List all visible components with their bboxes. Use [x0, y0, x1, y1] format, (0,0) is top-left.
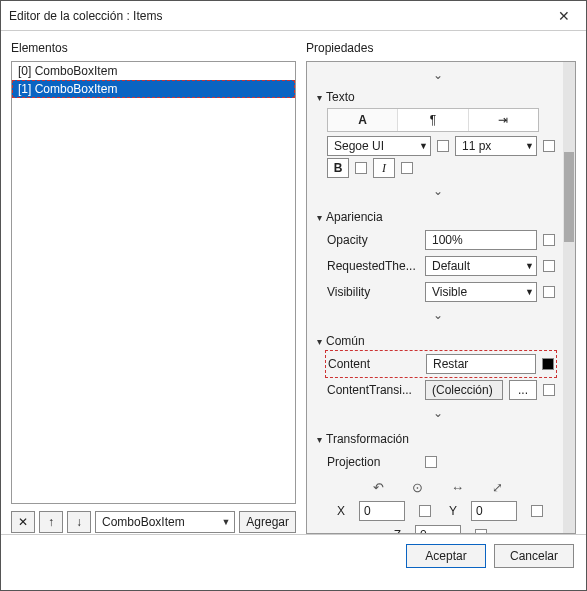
move-icon[interactable]: ↔	[451, 480, 464, 495]
label-x: X	[333, 504, 345, 518]
font-size-combo[interactable]: 11 px ▼	[455, 136, 537, 156]
target-icon[interactable]: ⊙	[412, 480, 423, 495]
chevron-down-icon: ▼	[525, 141, 534, 151]
z-field[interactable]: 0	[415, 525, 461, 533]
x-field[interactable]: 0	[359, 501, 405, 521]
properties-scroll: ⌄ ▾ Texto A ¶ ⇥ Segoe UI	[307, 62, 563, 533]
chevron-down-icon: ⌄	[433, 68, 443, 82]
expand-indicator[interactable]: ⌄	[317, 306, 559, 328]
expand-icon[interactable]: ⤢	[492, 480, 503, 495]
label-requested-theme: RequestedThe...	[327, 259, 419, 273]
ok-button[interactable]: Aceptar	[406, 544, 486, 568]
group-comun: ▾ Común Content Restar ContentTransi...	[317, 332, 559, 426]
label-opacity: Opacity	[327, 233, 419, 247]
close-icon: ✕	[558, 8, 570, 24]
properties-column: Propiedades ⌄ ▾ Texto A ¶ ⇥	[306, 39, 576, 534]
group-title: Texto	[326, 90, 355, 104]
z-row: Z 0	[317, 523, 559, 533]
property-marker[interactable]	[475, 529, 487, 533]
chevron-down-icon: ▼	[525, 287, 534, 297]
tab-paragraph[interactable]: ¶	[398, 109, 468, 131]
indent-icon: ⇥	[498, 113, 508, 127]
label-z: Z	[389, 528, 401, 533]
add-button[interactable]: Agregar	[239, 511, 296, 533]
property-marker[interactable]	[543, 384, 555, 396]
paragraph-icon: ¶	[430, 113, 436, 127]
y-field[interactable]: 0	[471, 501, 517, 521]
property-marker[interactable]	[531, 505, 543, 517]
properties-scrollbar[interactable]	[563, 62, 575, 533]
label-y: Y	[445, 504, 457, 518]
property-marker[interactable]	[419, 505, 431, 517]
property-marker[interactable]	[543, 234, 555, 246]
expand-indicator[interactable]: ⌄	[317, 182, 559, 204]
scrollbar-track	[563, 72, 575, 523]
elements-column: Elementos [0] ComboBoxItem [1] ComboBoxI…	[11, 39, 296, 534]
property-marker-set[interactable]	[542, 358, 554, 370]
font-style-row: B I	[327, 158, 555, 178]
close-button[interactable]: ✕	[542, 1, 586, 31]
group-texto: ▾ Texto A ¶ ⇥ Segoe UI ▼	[317, 88, 559, 204]
chevron-down-icon: ▼	[525, 261, 534, 271]
property-marker[interactable]	[543, 286, 555, 298]
content-field[interactable]: Restar	[426, 354, 536, 374]
transform-mode-icons: ↶ ⊙ ↔ ⤢	[317, 476, 559, 499]
tab-font[interactable]: A	[328, 109, 398, 131]
group-header-texto[interactable]: ▾ Texto	[317, 88, 559, 106]
property-marker[interactable]	[437, 140, 449, 152]
elements-title: Elementos	[11, 39, 296, 61]
row-content: Content Restar	[327, 352, 555, 376]
undo-icon[interactable]: ↶	[373, 480, 384, 495]
combo-value: ComboBoxItem	[102, 515, 185, 529]
row-opacity: Opacity 100%	[327, 228, 555, 252]
property-marker[interactable]	[543, 140, 555, 152]
elements-list[interactable]: [0] ComboBoxItem [1] ComboBoxItem	[11, 61, 296, 504]
property-marker[interactable]	[425, 456, 437, 468]
font-family-combo[interactable]: Segoe UI ▼	[327, 136, 431, 156]
remove-button[interactable]: ✕	[11, 511, 35, 533]
window-title: Editor de la colección : Items	[9, 9, 542, 23]
collection-editor-button[interactable]: ...	[509, 380, 537, 400]
group-header-comun[interactable]: ▾ Común	[317, 332, 559, 350]
move-down-button[interactable]: ↓	[67, 511, 91, 533]
triangle-down-icon: ▾	[317, 92, 322, 103]
row-requested-theme: RequestedThe... Default ▼	[327, 254, 555, 278]
scroll-up-indicator: ⌄	[317, 66, 559, 88]
row-content-transitions: ContentTransi... (Colección) ...	[327, 378, 555, 402]
property-marker[interactable]	[543, 260, 555, 272]
group-header-transformacion[interactable]: ▾ Transformación	[317, 430, 559, 448]
font-row: Segoe UI ▼ 11 px ▼	[327, 136, 555, 156]
list-item[interactable]: [1] ComboBoxItem	[12, 80, 295, 98]
italic-button[interactable]: I	[373, 158, 395, 178]
text-tabs: A ¶ ⇥	[327, 108, 539, 132]
element-type-combo[interactable]: ComboBoxItem ▼	[95, 511, 235, 533]
visibility-combo[interactable]: Visible ▼	[425, 282, 537, 302]
label-content: Content	[328, 357, 420, 371]
tab-indent[interactable]: ⇥	[469, 109, 538, 131]
property-marker[interactable]	[401, 162, 413, 174]
dialog-footer: Aceptar Cancelar	[1, 534, 586, 576]
triangle-down-icon: ▾	[317, 434, 322, 445]
bold-button[interactable]: B	[327, 158, 349, 178]
opacity-field[interactable]: 100%	[425, 230, 537, 250]
move-up-button[interactable]: ↑	[39, 511, 63, 533]
group-apariencia: ▾ Apariencia Opacity 100% RequestedThe..…	[317, 208, 559, 328]
scrollbar-thumb[interactable]	[564, 152, 574, 242]
chevron-down-icon: ⌄	[433, 308, 443, 322]
group-transformacion: ▾ Transformación Projection ↶ ⊙ ↔ ⤢ X	[317, 430, 559, 533]
property-marker[interactable]	[355, 162, 367, 174]
expand-indicator[interactable]: ⌄	[317, 404, 559, 426]
group-header-apariencia[interactable]: ▾ Apariencia	[317, 208, 559, 226]
group-title: Común	[326, 334, 365, 348]
cancel-button[interactable]: Cancelar	[494, 544, 574, 568]
elements-actions: ✕ ↑ ↓ ComboBoxItem ▼ Agregar	[11, 510, 296, 534]
x-icon: ✕	[18, 515, 28, 529]
list-item[interactable]: [0] ComboBoxItem	[12, 62, 295, 80]
group-title: Apariencia	[326, 210, 383, 224]
label-content-transitions: ContentTransi...	[327, 383, 419, 397]
requested-theme-combo[interactable]: Default ▼	[425, 256, 537, 276]
row-visibility: Visibility Visible ▼	[327, 280, 555, 304]
group-title: Transformación	[326, 432, 409, 446]
chevron-down-icon: ⌄	[433, 184, 443, 198]
label-visibility: Visibility	[327, 285, 419, 299]
